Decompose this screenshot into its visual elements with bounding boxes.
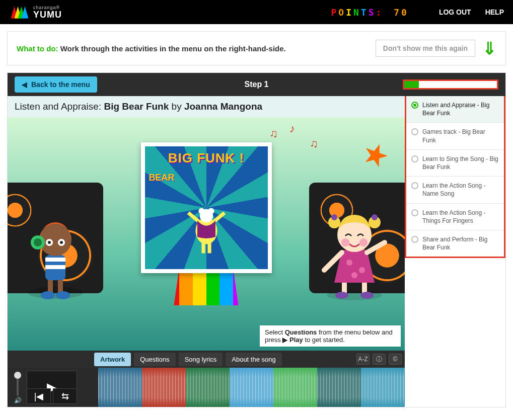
- svg-point-28: [351, 272, 357, 278]
- content-area: Listen and Appraise: Big Bear Funk by Jo…: [8, 96, 405, 407]
- radio-icon: [411, 155, 418, 162]
- top-bar: charanga® YUMU POINTS: 70 LOG OUT HELP: [0, 0, 513, 24]
- copyright-button[interactable]: ©: [389, 354, 402, 365]
- radio-icon: [411, 128, 418, 135]
- loop-button[interactable]: ⇆: [53, 388, 77, 404]
- svg-point-34: [341, 238, 349, 246]
- info-button[interactable]: ⓘ: [373, 354, 386, 365]
- panel-header: ◀ Back to the menu Step 1: [8, 73, 505, 96]
- audio-player: 🔊 ▶ |◀ ⇆: [8, 368, 405, 407]
- music-note-icon: ♫: [269, 127, 278, 140]
- arrow-down-icon: ⇓: [482, 40, 496, 57]
- album-title: BIG FUNK !: [168, 150, 245, 166]
- activity-label: Games track - Big Bear Funk: [422, 128, 499, 144]
- main-panel: ◀ Back to the menu Step 1 Listen and App…: [7, 72, 506, 407]
- points-display: POINTS: 70: [331, 7, 408, 18]
- radio-icon: [411, 209, 418, 216]
- album-art: BIG FUNK ! BEAR: [141, 142, 272, 273]
- svg-point-10: [28, 287, 83, 299]
- volume-icon: 🔊: [14, 397, 22, 404]
- back-button[interactable]: ◀ Back to the menu: [15, 76, 97, 93]
- tab-bar: ArtworkQuestionsSong lyricsAbout the son…: [8, 351, 405, 368]
- svg-rect-37: [362, 283, 367, 293]
- instruction-banner: What to do: Work through the activities …: [7, 31, 506, 65]
- tab-questions[interactable]: Questions: [134, 353, 176, 366]
- tempo-slider[interactable]: 🔊: [11, 371, 25, 404]
- music-note-icon: ♪: [289, 122, 295, 135]
- hint-tooltip: Select Questions from the menu below and…: [260, 325, 401, 347]
- activity-item[interactable]: Learn to Sing the Song - Big Bear Funk: [406, 150, 504, 177]
- svg-point-6: [198, 208, 204, 214]
- activity-label: Share and Perform - Big Bear Funk: [422, 235, 499, 251]
- points-value: 70: [394, 7, 409, 18]
- banner-prefix: What to do:: [17, 44, 58, 53]
- radio-icon: [411, 236, 418, 243]
- activity-label: Learn the Action Song - Things For Finge…: [422, 209, 499, 225]
- az-button[interactable]: A-Z: [356, 354, 370, 365]
- brand-main: YUMU: [33, 10, 62, 19]
- activity-label: Learn to Sing the Song - Big Bear Funk: [422, 155, 499, 171]
- chevron-left-icon: ◀: [22, 80, 27, 89]
- activity-item[interactable]: Share and Perform - Big Bear Funk: [406, 230, 504, 257]
- svg-point-35: [359, 238, 368, 246]
- activity-label: Listen and Appraise - Big Bear Funk: [422, 101, 499, 117]
- svg-rect-22: [58, 280, 63, 293]
- svg-rect-21: [48, 280, 53, 293]
- banner-text: Work through the activities in the menu …: [60, 44, 286, 53]
- activity-item[interactable]: Learn the Action Song - Name Song: [406, 177, 504, 203]
- stage: ♫ ♪ ♫ ★ BIG FUNK ! BEAR: [8, 117, 405, 351]
- svg-rect-13: [45, 265, 65, 269]
- logo-icon: [9, 5, 30, 19]
- radio-icon: [411, 182, 418, 189]
- tab-about-the-song[interactable]: About the song: [226, 353, 281, 366]
- progress-bar: [403, 79, 498, 90]
- lesson-title: Listen and Appraise: Big Bear Funk by Jo…: [8, 96, 405, 117]
- logo[interactable]: charanga® YUMU: [9, 5, 62, 19]
- svg-point-7: [208, 208, 214, 214]
- progress-fill: [404, 81, 419, 88]
- svg-rect-36: [342, 283, 347, 293]
- activity-item[interactable]: Learn the Action Song - Things For Finge…: [406, 204, 504, 230]
- tab-artwork[interactable]: Artwork: [94, 353, 131, 366]
- back-label: Back to the menu: [31, 80, 90, 89]
- music-note-icon: ♫: [310, 137, 318, 150]
- album-subtitle: BEAR: [149, 173, 175, 183]
- bear-graphic: [176, 204, 237, 264]
- step-title: Step 1: [244, 80, 268, 89]
- prev-button[interactable]: |◀: [27, 388, 51, 404]
- activity-item[interactable]: Games track - Big Bear Funk: [406, 123, 504, 149]
- activity-item[interactable]: Listen and Appraise - Big Bear Funk: [406, 96, 504, 123]
- svg-point-26: [346, 260, 352, 266]
- dismiss-button[interactable]: Don't show me this again: [376, 40, 475, 57]
- kid-left-graphic: [18, 205, 93, 305]
- svg-rect-9: [207, 240, 211, 253]
- svg-point-27: [359, 267, 365, 273]
- svg-point-18: [60, 241, 63, 244]
- help-link[interactable]: HELP: [485, 8, 504, 16]
- svg-point-23: [41, 291, 55, 299]
- svg-point-25: [327, 290, 382, 300]
- svg-point-24: [56, 291, 70, 299]
- svg-point-38: [335, 292, 348, 299]
- star-icon: ★: [357, 134, 395, 176]
- svg-rect-12: [45, 258, 65, 262]
- radio-icon: [411, 102, 418, 109]
- kid-right-graphic: [314, 200, 395, 305]
- svg-point-20: [34, 238, 42, 246]
- logout-link[interactable]: LOG OUT: [439, 8, 471, 16]
- svg-rect-8: [201, 240, 205, 253]
- svg-point-32: [331, 214, 337, 220]
- tab-song-lyrics[interactable]: Song lyrics: [179, 353, 223, 366]
- activity-menu: Listen and Appraise - Big Bear FunkGames…: [405, 96, 505, 258]
- activity-label: Learn the Action Song - Name Song: [422, 182, 499, 198]
- svg-point-33: [372, 214, 378, 220]
- svg-point-17: [48, 241, 51, 244]
- svg-point-39: [360, 292, 374, 299]
- waveform[interactable]: [98, 368, 405, 407]
